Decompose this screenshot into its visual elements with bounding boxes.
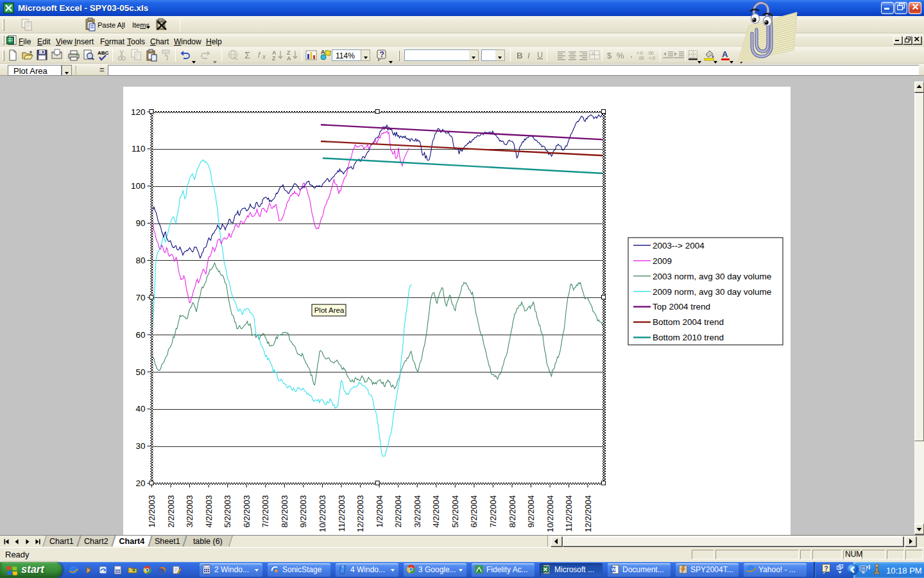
- svg-text:$: $: [607, 51, 612, 60]
- svg-text:Plot Area: Plot Area: [314, 306, 345, 314]
- svg-text:+.0: +.0: [649, 56, 655, 60]
- svg-text:ABC: ABC: [98, 50, 109, 56]
- svg-text:?: ?: [380, 50, 384, 59]
- svg-text:+.0: +.0: [637, 51, 643, 55]
- svg-text:5/2/2003: 5/2/2003: [223, 495, 232, 528]
- svg-text:8/2/2003: 8/2/2003: [280, 495, 289, 528]
- svg-text:10/2/2004: 10/2/2004: [545, 495, 555, 532]
- svg-text:A: A: [722, 49, 728, 59]
- svg-text:I: I: [527, 51, 530, 60]
- svg-text:2009: 2009: [653, 256, 672, 266]
- svg-text:B: B: [517, 51, 523, 60]
- svg-text:110: 110: [132, 144, 146, 153]
- svg-text:x: x: [262, 53, 266, 60]
- svg-text:10/2/2003: 10/2/2003: [318, 495, 327, 532]
- svg-text:%: %: [617, 51, 624, 60]
- svg-text:70: 70: [135, 293, 145, 302]
- svg-text:3/2/2003: 3/2/2003: [185, 495, 194, 528]
- svg-text:11/2/2003: 11/2/2003: [337, 495, 346, 532]
- svg-text:7/2/2004: 7/2/2004: [488, 495, 498, 528]
- svg-text:80: 80: [135, 256, 145, 265]
- svg-text:6/2/2004: 6/2/2004: [469, 495, 479, 528]
- svg-text:.00: .00: [647, 51, 654, 55]
- svg-text:100: 100: [131, 181, 146, 191]
- svg-text:3/2/2004: 3/2/2004: [413, 495, 422, 528]
- svg-text:8/2/2004: 8/2/2004: [508, 495, 517, 528]
- svg-text:.00: .00: [638, 56, 644, 60]
- svg-text:1/2/2004: 1/2/2004: [375, 495, 384, 528]
- svg-text:Σ: Σ: [244, 49, 250, 60]
- svg-text:Bottom 2010 trend: Bottom 2010 trend: [653, 333, 724, 342]
- svg-text:?: ?: [825, 565, 828, 572]
- svg-text:a: a: [592, 51, 594, 55]
- svg-text:U: U: [537, 51, 543, 60]
- svg-text:5/2/2004: 5/2/2004: [450, 495, 460, 528]
- svg-text:50: 50: [135, 367, 145, 377]
- svg-text:6/2/2003: 6/2/2003: [242, 495, 252, 528]
- svg-text:11/2/2004: 11/2/2004: [564, 495, 574, 532]
- svg-text:4/2/2004: 4/2/2004: [431, 495, 441, 528]
- svg-text:2003 norm, avg 30 day volume: 2003 norm, avg 30 day volume: [653, 272, 771, 281]
- svg-text:A: A: [321, 49, 325, 55]
- svg-text:Bottom 2004 trend: Bottom 2004 trend: [653, 317, 724, 327]
- svg-text:20: 20: [135, 478, 145, 488]
- svg-text:60: 60: [135, 330, 145, 340]
- svg-text:2/2/2003: 2/2/2003: [166, 495, 176, 528]
- svg-text:W: W: [612, 566, 617, 572]
- svg-text:f: f: [258, 51, 261, 60]
- svg-text:7/2/2003: 7/2/2003: [261, 495, 270, 528]
- svg-text:12/2/2003: 12/2/2003: [355, 495, 365, 532]
- svg-text:2/2/2004: 2/2/2004: [393, 495, 403, 528]
- svg-text:9/2/2004: 9/2/2004: [526, 495, 536, 528]
- svg-text:120: 120: [131, 107, 146, 117]
- svg-text:A: A: [287, 55, 291, 62]
- svg-text:Z: Z: [272, 55, 276, 62]
- svg-text:Top 2004 trend: Top 2004 trend: [653, 302, 710, 311]
- svg-text:90: 90: [135, 218, 145, 228]
- svg-text:12/2/2004: 12/2/2004: [583, 495, 593, 532]
- svg-text:2009 norm, avg 30 day volume: 2009 norm, avg 30 day volume: [653, 287, 771, 297]
- svg-text:30: 30: [135, 441, 145, 451]
- svg-text:4/2/2003: 4/2/2003: [204, 495, 214, 528]
- svg-text:,: ,: [630, 49, 633, 59]
- svg-text:1/2/2003: 1/2/2003: [147, 495, 157, 528]
- svg-text:9/2/2003: 9/2/2003: [298, 495, 308, 528]
- svg-text:2003--> 2004: 2003--> 2004: [653, 241, 705, 250]
- svg-text:40: 40: [135, 404, 145, 414]
